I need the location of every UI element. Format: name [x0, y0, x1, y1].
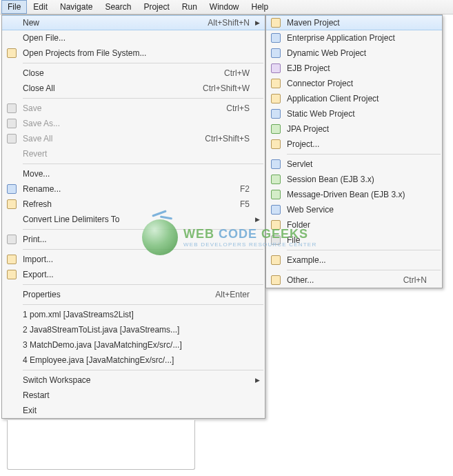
connector-icon	[269, 78, 283, 89]
new-session-label: Session Bean (EJB 3.x)	[283, 175, 431, 184]
file-new[interactable]: New Alt+Shift+N ▶	[2, 15, 265, 30]
import-icon	[5, 254, 19, 265]
new-project[interactable]: Project...	[266, 137, 442, 152]
file-import[interactable]: Import...	[2, 252, 265, 267]
file-save-as[interactable]: Save As...	[2, 116, 265, 131]
rename-icon	[5, 184, 19, 195]
session-icon	[269, 174, 283, 185]
jpa-icon	[269, 123, 283, 135]
file-close[interactable]: Close Ctrl+W	[2, 66, 265, 81]
separator	[23, 98, 263, 99]
file-recent-3[interactable]: 3 MatchDemo.java [JavaMatchingEx/src/...…	[2, 337, 265, 353]
file-open[interactable]: Open File...	[2, 30, 265, 46]
menu-run[interactable]: Run	[176, 0, 203, 14]
save-all-icon	[5, 133, 19, 144]
maven-icon	[269, 17, 283, 28]
new-mdb[interactable]: Message-Driven Bean (EJB 3.x)	[266, 187, 442, 202]
file-move[interactable]: Move...	[2, 166, 265, 181]
new-folder-label: Folder	[283, 220, 431, 230]
submenu-arrow-icon: ▶	[254, 377, 261, 384]
separator	[23, 63, 263, 63]
new-websvc-label: Web Service	[283, 205, 431, 215]
separator	[287, 250, 441, 250]
menu-edit[interactable]: Edit	[27, 0, 54, 14]
new-file-label: File	[283, 235, 431, 245]
file-properties[interactable]: Properties Alt+Enter	[2, 287, 265, 302]
new-maven[interactable]: Maven Project	[266, 15, 442, 30]
new-dynweb-label: Dynamic Web Project	[283, 48, 431, 58]
new-submenu: Maven ProjectEnterprise Application Proj…	[265, 14, 443, 288]
file-refresh[interactable]: Refresh F5	[2, 197, 265, 212]
menu-help[interactable]: Help	[245, 0, 275, 14]
new-folder[interactable]: Folder	[266, 217, 442, 232]
menu-search[interactable]: Search	[99, 0, 137, 14]
new-project-label: Project...	[283, 139, 431, 149]
file-menu: New Alt+Shift+N ▶ Open File... Open Proj…	[1, 14, 265, 419]
menu-window[interactable]: Window	[203, 0, 245, 14]
new-ejb[interactable]: EJB Project	[266, 61, 442, 76]
file-revert[interactable]: Revert	[2, 146, 265, 161]
new-file[interactable]: File	[266, 232, 442, 248]
new-servlet-label: Servlet	[283, 159, 431, 169]
file-rename[interactable]: Rename... F2	[2, 181, 265, 197]
menu-project[interactable]: Project	[137, 0, 175, 14]
new-dynweb[interactable]: Dynamic Web Project	[266, 46, 442, 61]
example-icon	[269, 255, 283, 266]
file-close-all[interactable]: Close All Ctrl+Shift+W	[2, 81, 265, 96]
new-other-label: Other...	[283, 275, 403, 285]
new-enterprise[interactable]: Enterprise Application Project	[266, 30, 442, 46]
new-example[interactable]: Example...	[266, 252, 442, 268]
file-convert[interactable]: Convert Line Delimiters To ▶	[2, 212, 265, 227]
file-new-accel: Alt+Shift+N	[208, 18, 254, 28]
dynweb-icon	[269, 48, 283, 59]
new-example-label: Example...	[283, 255, 431, 265]
separator	[23, 370, 263, 370]
project-icon	[269, 139, 283, 150]
editor-panel-outline	[7, 420, 195, 470]
new-session[interactable]: Session Bean (EJB 3.x)	[266, 172, 442, 187]
new-appclient[interactable]: Application Client Project	[266, 91, 442, 106]
mdb-icon	[269, 189, 283, 200]
file-switch-workspace[interactable]: Switch Workspace ▶	[2, 373, 265, 388]
new-enterprise-label: Enterprise Application Project	[283, 33, 431, 43]
staticweb-icon	[269, 108, 283, 119]
new-staticweb[interactable]: Static Web Project	[266, 106, 442, 121]
file-save[interactable]: Save Ctrl+S	[2, 101, 265, 116]
file-exit[interactable]: Exit	[2, 403, 265, 418]
new-maven-label: Maven Project	[283, 18, 431, 28]
file-recent-4[interactable]: 4 Employee.java [JavaMatchingEx/src/...]	[2, 353, 265, 368]
file-save-all[interactable]: Save All Ctrl+Shift+S	[2, 131, 265, 146]
separator	[23, 284, 263, 285]
new-connector[interactable]: Connector Project	[266, 76, 442, 91]
menubar: File Edit Navigate Search Project Run Wi…	[0, 0, 453, 14]
file-new-label: New	[19, 18, 208, 28]
new-appclient-label: Application Client Project	[283, 94, 431, 103]
file-restart[interactable]: Restart	[2, 388, 265, 403]
menu-file[interactable]: File	[1, 0, 27, 14]
refresh-icon	[5, 199, 19, 210]
file-recent-2[interactable]: 2 Java8StreamToList.java [JavaStreams...…	[2, 322, 265, 337]
folder-icon	[269, 219, 283, 230]
menu-navigate[interactable]: Navigate	[54, 0, 99, 14]
file-open-projects-label: Open Projects from File System...	[19, 48, 254, 58]
file-export[interactable]: Export...	[2, 267, 265, 282]
separator	[23, 163, 263, 164]
new-staticweb-label: Static Web Project	[283, 109, 431, 119]
new-servlet[interactable]: Servlet	[266, 157, 442, 172]
separator	[287, 270, 441, 270]
submenu-arrow-icon: ▶	[254, 216, 261, 223]
new-websvc[interactable]: Web Service	[266, 202, 442, 217]
print-icon	[5, 234, 19, 245]
folder-open-icon	[5, 48, 19, 59]
file-recent-1[interactable]: 1 pom.xml [JavaStreams2List]	[2, 307, 265, 322]
ejb-icon	[269, 63, 283, 74]
new-jpa-label: JPA Project	[283, 124, 431, 134]
new-connector-label: Connector Project	[283, 79, 431, 88]
new-other[interactable]: Other...Ctrl+N	[266, 272, 442, 288]
file-print[interactable]: Print...	[2, 232, 265, 247]
blank-icon	[5, 32, 19, 43]
new-jpa[interactable]: JPA Project	[266, 121, 442, 137]
file-open-projects[interactable]: Open Projects from File System...	[2, 46, 265, 61]
blank-icon	[5, 17, 19, 28]
enterprise-icon	[269, 32, 283, 43]
